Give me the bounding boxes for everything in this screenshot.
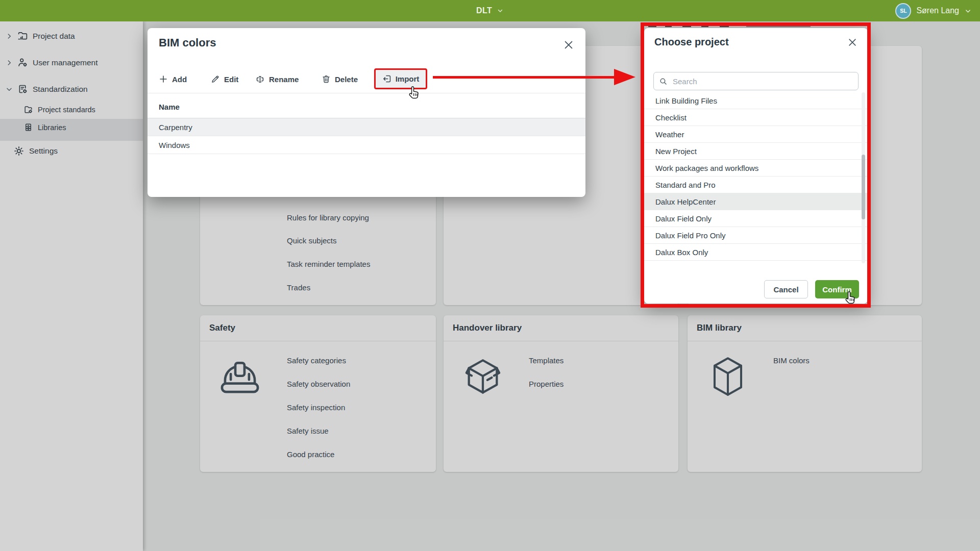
choose-project-modal: Choose project Link Building Files Check… (644, 28, 868, 304)
close-icon[interactable] (847, 37, 857, 47)
trash-icon (322, 74, 331, 84)
modal-title: Choose project (654, 36, 729, 48)
close-icon[interactable] (563, 39, 574, 51)
avatar: SL (895, 3, 911, 19)
rename-button[interactable]: Rename (255, 70, 299, 88)
project-list-item[interactable]: Standard and Pro (644, 177, 868, 193)
import-button-label: Import (396, 74, 420, 83)
project-list-item-selected[interactable]: Dalux HelpCenter (644, 193, 868, 210)
table-row-windows[interactable]: Windows (148, 136, 585, 154)
table-row-carpentry[interactable]: Carpentry (148, 118, 585, 136)
toolbar-divider (148, 93, 585, 93)
rename-icon (255, 74, 265, 84)
pencil-icon (211, 74, 220, 84)
edit-button[interactable]: Edit (211, 70, 238, 88)
column-header-name: Name (159, 103, 180, 111)
user-name: Søren Lang (916, 6, 959, 15)
modal-title: BIM colors (159, 36, 216, 49)
chevron-down-icon (964, 7, 972, 15)
user-menu[interactable]: SL Søren Lang (895, 0, 972, 21)
project-search (653, 72, 859, 90)
scrollbar-thumb[interactable] (862, 155, 865, 219)
confirm-button[interactable]: Confirm (815, 280, 859, 298)
import-icon (382, 74, 392, 84)
annotation-arrow-line (433, 76, 615, 79)
bim-colors-modal: BIM colors Add Edit Rename Delete (148, 28, 585, 197)
project-list-item[interactable]: New Project (644, 143, 868, 160)
chevron-down-icon (497, 7, 504, 14)
delete-button-label: Delete (335, 75, 358, 84)
project-list: Link Building Files Checklist Weather Ne… (644, 92, 868, 263)
rename-button-label: Rename (269, 75, 299, 84)
project-list-item[interactable]: Dalux Field Only (644, 210, 868, 227)
annotation-arrow-head (614, 69, 635, 85)
project-list-item[interactable]: Work packages and workflows (644, 160, 868, 177)
search-icon (659, 77, 668, 86)
search-input[interactable] (672, 77, 853, 86)
plus-icon (159, 74, 168, 84)
project-list-item[interactable]: Checklist (644, 109, 868, 126)
page: Project data User management Standardiza… (0, 0, 980, 551)
cancel-button[interactable]: Cancel (764, 280, 808, 298)
delete-button[interactable]: Delete (322, 70, 358, 88)
edit-button-label: Edit (224, 75, 238, 84)
tenant-label: DLT (476, 6, 492, 15)
project-list-item[interactable]: Dalux Box Only (644, 244, 868, 261)
project-list-item[interactable]: Link Building Files (644, 92, 868, 109)
import-button[interactable]: Import (374, 68, 427, 89)
project-list-item[interactable]: Dalux Field Pro Only (644, 227, 868, 244)
add-button[interactable]: Add (159, 70, 187, 88)
tenant-switcher[interactable]: DLT (476, 0, 504, 21)
top-app-bar: DLT SL Søren Lang (0, 0, 980, 21)
project-list-item[interactable]: Weather (644, 126, 868, 143)
add-button-label: Add (172, 75, 187, 84)
